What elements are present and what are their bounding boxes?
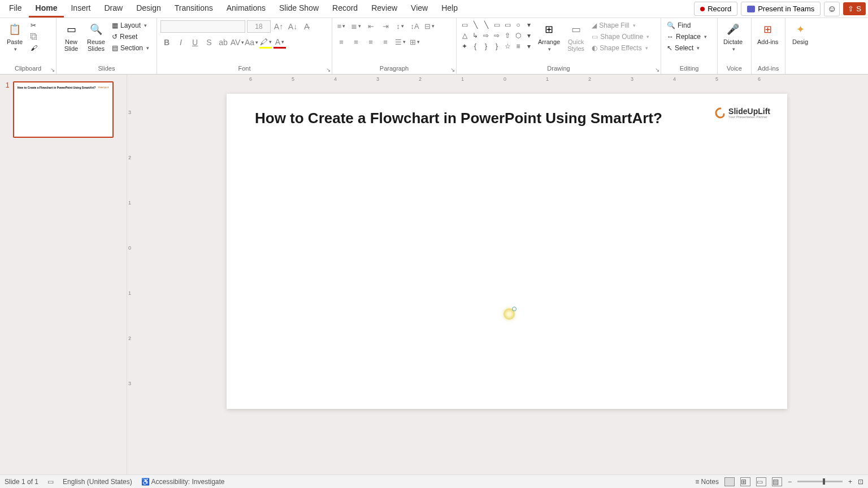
tab-design[interactable]: Design	[129, 0, 168, 18]
paste-button[interactable]: 📋 Paste ▾	[3, 20, 26, 53]
columns-button[interactable]: ☰▾	[394, 36, 406, 47]
bullets-button[interactable]: ≡▾	[336, 20, 347, 32]
more-icon[interactable]: ≡	[514, 42, 523, 51]
arrow-shape-icon[interactable]: ⬡	[514, 31, 523, 40]
arrow-shape-icon[interactable]: ⇨	[481, 31, 491, 40]
more-icon[interactable]: ▾	[524, 31, 533, 40]
tab-transitions[interactable]: Transitions	[168, 0, 220, 18]
arrow-shape-icon[interactable]: ⇨	[492, 31, 501, 40]
decrease-font-button[interactable]: A↓	[287, 20, 299, 33]
connector-shape-icon[interactable]: ↳	[471, 31, 480, 40]
dialog-launcher-icon[interactable]: ↘	[450, 67, 455, 73]
quick-styles-button[interactable]: ▭ Quick Styles	[565, 20, 587, 53]
reading-view-button[interactable]: ▭	[756, 477, 766, 486]
underline-button[interactable]: U	[189, 36, 201, 49]
oval-shape-icon[interactable]: ○	[514, 20, 523, 29]
clear-format-button[interactable]: A̶	[301, 20, 313, 33]
reuse-slides-button[interactable]: 🔍 Reuse Slides	[85, 20, 107, 53]
tab-insert[interactable]: Insert	[64, 0, 97, 18]
text-direction-button[interactable]: ↕A	[409, 20, 420, 32]
dialog-launcher-icon[interactable]: ↘	[50, 67, 55, 73]
tab-view[interactable]: View	[404, 0, 435, 18]
record-button[interactable]: Record	[694, 2, 737, 16]
shadow-button[interactable]: ab	[217, 36, 229, 49]
copy-button[interactable]: ⿻	[28, 32, 40, 42]
dictate-button[interactable]: 🎤 Dictate ▾	[721, 20, 745, 53]
replace-button[interactable]: ↔Replace▾	[665, 32, 709, 42]
tab-animations[interactable]: Animations	[220, 0, 272, 18]
line-shape-icon[interactable]: ╲	[471, 20, 480, 29]
slide-title-text[interactable]: How to Create a Flowchart in PowerPoint …	[255, 110, 662, 127]
numbering-button[interactable]: ≣▾	[350, 20, 362, 32]
tab-record[interactable]: Record	[326, 0, 364, 18]
outdent-button[interactable]: ⇤	[365, 20, 376, 32]
align-left-button[interactable]: ≡	[336, 36, 347, 47]
shapes-gallery[interactable]: ▭ ╲ ╲ ▭ ▭ ○ ▾ △ ↳ ⇨ ⇨ ⇧ ⬡ ▾ ✦ { } } ☆ ≡	[460, 20, 533, 51]
font-family-select[interactable]	[160, 20, 245, 33]
normal-view-button[interactable]	[724, 477, 735, 486]
more-icon[interactable]: ▾	[524, 42, 533, 51]
bold-button[interactable]: B	[160, 36, 173, 49]
tab-help[interactable]: Help	[435, 0, 465, 18]
spell-check-icon[interactable]: ▭	[47, 478, 54, 486]
select-button[interactable]: ↖Select▾	[665, 43, 709, 53]
fit-window-button[interactable]: ⊡	[858, 478, 863, 486]
tab-file[interactable]: File	[2, 0, 29, 18]
spacing-button[interactable]: AV▾	[231, 36, 244, 49]
highlight-button[interactable]: 🖍▾	[259, 36, 272, 49]
case-button[interactable]: Aa▾	[245, 36, 258, 49]
present-teams-button[interactable]: Present in Teams	[741, 2, 821, 16]
font-color-button[interactable]: A▾	[274, 36, 286, 49]
more-icon[interactable]: ▾	[524, 20, 533, 29]
notes-button[interactable]: ≡ Notes	[695, 478, 719, 486]
star-shape-icon[interactable]: ☆	[503, 42, 512, 51]
justify-button[interactable]: ≡	[380, 36, 391, 47]
sorter-view-button[interactable]: ⊞	[740, 477, 750, 486]
dialog-launcher-icon[interactable]: ↘	[326, 67, 331, 73]
smartart-button[interactable]: ⊞▾	[409, 36, 420, 47]
language-status[interactable]: English (United States)	[63, 478, 132, 486]
slide-thumbnails-pane[interactable]: 1 How to Create a Flowchart in PowerPoin…	[0, 75, 127, 474]
find-button[interactable]: 🔍Find	[665, 20, 709, 30]
zoom-out-button[interactable]: −	[788, 478, 792, 486]
zoom-in-button[interactable]: +	[848, 478, 852, 486]
format-painter-button[interactable]: 🖌	[28, 43, 40, 53]
textbox-shape-icon[interactable]: ▭	[460, 20, 469, 29]
layout-button[interactable]: ▦Layout▾	[110, 20, 151, 30]
section-button[interactable]: ▤Section▾	[110, 43, 151, 53]
tab-draw[interactable]: Draw	[97, 0, 129, 18]
slide-counter[interactable]: Slide 1 of 1	[5, 478, 38, 486]
dialog-launcher-icon[interactable]: ↘	[655, 67, 659, 73]
italic-button[interactable]: I	[175, 36, 187, 49]
feedback-button[interactable]: ☺	[824, 2, 840, 16]
share-button[interactable]: ⇧ S	[843, 2, 866, 15]
arrange-button[interactable]: ⊞ Arrange ▾	[536, 20, 562, 53]
slideshow-view-button[interactable]: ▤	[772, 477, 782, 486]
accessibility-status[interactable]: ♿ Accessibility: Investigate	[141, 478, 225, 486]
brace-shape-icon[interactable]: }	[481, 42, 491, 51]
reset-button[interactable]: ↺Reset	[110, 32, 151, 42]
tab-review[interactable]: Review	[364, 0, 404, 18]
shape-outline-button[interactable]: ▭Shape Outline▾	[589, 32, 652, 42]
brace-shape-icon[interactable]: {	[471, 42, 480, 51]
arrow-shape-icon[interactable]: ⇧	[503, 31, 512, 40]
slide-canvas[interactable]: How to Create a Flowchart in PowerPoint …	[227, 94, 787, 409]
zoom-slider[interactable]	[797, 481, 843, 482]
line-shape-icon[interactable]: ╲	[481, 20, 491, 29]
increase-font-button[interactable]: A↑	[272, 20, 285, 33]
strike-button[interactable]: S	[203, 36, 215, 49]
rect-shape-icon[interactable]: ▭	[492, 20, 501, 29]
cut-button[interactable]: ✂	[28, 20, 40, 30]
designer-button[interactable]: ✦ Desig	[789, 20, 811, 46]
shape-fill-button[interactable]: ◢Shape Fill▾	[589, 20, 652, 30]
new-slide-button[interactable]: ▭ New Slide	[60, 20, 83, 53]
star-shape-icon[interactable]: ✦	[460, 42, 469, 51]
rect-shape-icon[interactable]: ▭	[503, 20, 512, 29]
shape-effects-button[interactable]: ◐Shape Effects▾	[589, 43, 652, 53]
slide-thumbnail[interactable]: How to Create a Flowchart in PowerPoint …	[13, 81, 114, 138]
addins-button[interactable]: ⊞ Add-ins	[755, 20, 780, 46]
triangle-shape-icon[interactable]: △	[460, 31, 469, 40]
tab-home[interactable]: Home	[29, 0, 64, 18]
font-size-select[interactable]	[247, 20, 271, 33]
indent-button[interactable]: ⇥	[380, 20, 391, 32]
